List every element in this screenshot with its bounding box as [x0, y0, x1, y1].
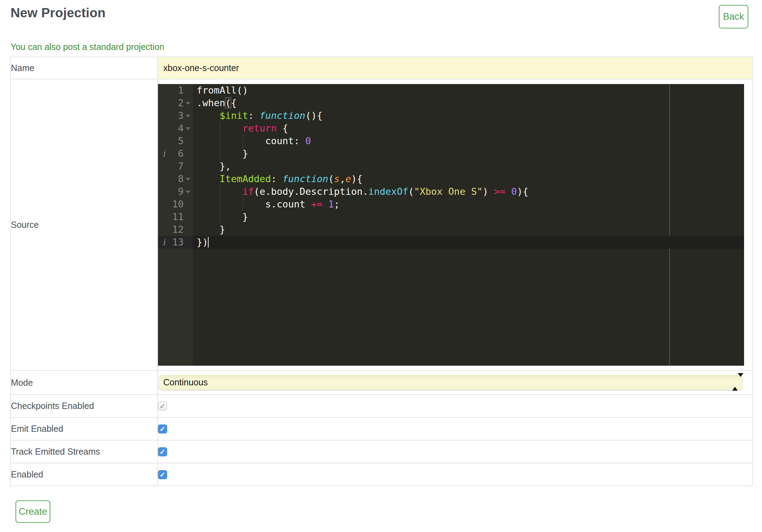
gutter-line-13: i13: [158, 236, 193, 249]
fold-toggle-icon[interactable]: [185, 102, 190, 105]
gutter-line-5: 5: [158, 135, 193, 147]
mode-label: Mode: [11, 371, 158, 395]
editor-gutter: 12345i6789101112i13: [158, 84, 193, 366]
name-input[interactable]: [158, 57, 752, 79]
fold-toggle-icon[interactable]: [185, 127, 190, 130]
mode-row: Mode Continuous: [11, 371, 753, 395]
enabled-label: Enabled: [11, 463, 158, 486]
mode-select[interactable]: Continuous: [159, 375, 742, 390]
gutter-line-10: 10: [158, 198, 193, 211]
code-line-9[interactable]: if(e.body.Description.indexOf("Xbox One …: [193, 185, 744, 198]
back-button[interactable]: Back: [719, 5, 748, 28]
emit-row: Emit Enabled ✓: [11, 417, 753, 440]
code-line-1[interactable]: fromAll(): [193, 84, 744, 97]
code-line-12[interactable]: }: [193, 223, 744, 236]
code-line-4[interactable]: return {: [193, 122, 744, 135]
gutter-line-1: 1: [158, 84, 193, 97]
info-annotation-icon: i: [163, 147, 165, 160]
text-cursor: [208, 237, 209, 248]
gutter-line-12: 12: [158, 223, 193, 236]
standard-projection-link[interactable]: You can also post a standard projection: [11, 42, 164, 52]
code-line-3[interactable]: $init: function(){: [193, 109, 744, 122]
checkpoints-label: Checkpoints Enabled: [11, 395, 158, 417]
code-line-11[interactable]: }: [193, 211, 744, 223]
checkpoints-row: Checkpoints Enabled ✓: [11, 395, 753, 417]
projection-form: Name Source 12345i6789101112i13 fromAll(…: [10, 57, 753, 486]
gutter-line-7: 7: [158, 160, 193, 173]
code-line-6[interactable]: }: [193, 147, 744, 160]
mode-select-value: Continuous: [163, 377, 208, 387]
track-checkbox[interactable]: ✓: [158, 447, 167, 456]
code-line-5[interactable]: count: 0: [193, 135, 744, 147]
create-button[interactable]: Create: [15, 500, 50, 523]
gutter-line-9: 9: [158, 185, 193, 198]
code-line-10[interactable]: s.count += 1;: [193, 198, 744, 211]
select-stepper-icon: [732, 377, 738, 387]
enabled-checkbox[interactable]: ✓: [158, 470, 167, 479]
source-label: Source: [11, 79, 158, 371]
editor-code-area: fromAll().when({ $init: function(){ retu…: [193, 84, 744, 249]
fold-toggle-icon[interactable]: [185, 191, 190, 193]
fold-toggle-icon[interactable]: [185, 115, 190, 117]
emit-checkbox[interactable]: ✓: [158, 424, 167, 434]
source-editor[interactable]: 12345i6789101112i13 fromAll().when({ $in…: [158, 84, 744, 366]
gutter-line-11: 11: [158, 211, 193, 223]
track-label: Track Emitted Streams: [11, 440, 158, 463]
checkpoints-checkbox: ✓: [158, 402, 167, 411]
enabled-row: Enabled ✓: [11, 463, 753, 486]
code-line-2[interactable]: .when({: [193, 97, 744, 109]
gutter-line-4: 4: [158, 122, 193, 135]
code-line-7[interactable]: },: [193, 160, 744, 173]
code-line-8[interactable]: ItemAdded: function(s,e){: [193, 173, 744, 185]
gutter-line-2: 2: [158, 97, 193, 109]
gutter-line-8: 8: [158, 173, 193, 185]
code-line-13[interactable]: }): [193, 236, 744, 249]
name-label: Name: [11, 57, 158, 79]
track-row: Track Emitted Streams ✓: [11, 440, 753, 463]
gutter-line-6: i6: [158, 147, 193, 160]
page-title: New Projection: [11, 6, 106, 20]
source-row: Source 12345i6789101112i13 fromAll().whe…: [11, 79, 753, 371]
emit-label: Emit Enabled: [11, 417, 158, 440]
gutter-line-3: 3: [158, 109, 193, 122]
fold-toggle-icon[interactable]: [185, 178, 190, 181]
name-row: Name: [11, 57, 753, 79]
info-annotation-icon: i: [163, 236, 165, 249]
